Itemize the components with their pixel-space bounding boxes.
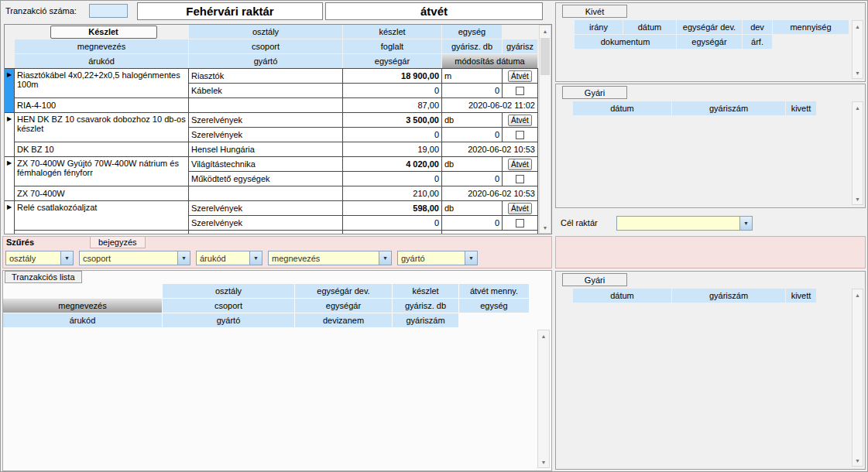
scroll-up-icon[interactable]: ▲: [853, 289, 863, 300]
keszlet-button[interactable]: Készlet: [50, 26, 157, 39]
column-header-mennyiseg[interactable]: mennyiség: [773, 20, 849, 34]
column-header-dev[interactable]: dev: [743, 20, 772, 34]
column-header-arukod[interactable]: árukód: [15, 54, 188, 68]
filter-combo-gyarto[interactable]: gyártó ▼: [397, 251, 478, 265]
cell-foglalt[interactable]: 0: [343, 172, 441, 186]
cell-gyarto[interactable]: Hensel Hungária: [189, 142, 342, 156]
cell-osztaly[interactable]: Szerelvények: [189, 201, 342, 215]
chevron-down-icon[interactable]: ▼: [379, 251, 391, 265]
atvet-button[interactable]: Átvét: [508, 159, 532, 170]
column-header-atvet-menny[interactable]: átvét menny.: [459, 284, 529, 298]
column-header-gyarisz[interactable]: gyárisz: [503, 39, 537, 53]
column-header-irany[interactable]: irány: [575, 20, 623, 34]
column-header-csoport[interactable]: csoport: [189, 39, 342, 53]
scroll-down-icon[interactable]: ▼: [853, 455, 863, 466]
transaction-list-scrollbar[interactable]: ▲ ▼: [537, 330, 550, 468]
cell-arukod[interactable]: RIA-4-100: [15, 98, 188, 112]
cell-gyarisz-db[interactable]: 0: [442, 216, 502, 230]
column-header-keszlet[interactable]: készlet: [393, 284, 458, 298]
gyari-button[interactable]: Gyári: [562, 86, 627, 99]
filter-combo-csoport[interactable]: csoport ▼: [79, 251, 190, 265]
filter-combo-osztaly[interactable]: osztály ▼: [5, 251, 74, 265]
scroll-thumb[interactable]: [540, 38, 550, 75]
filter-combo-megnevezes[interactable]: megnevezés ▼: [268, 251, 392, 265]
column-header-modositas-datuma[interactable]: módosítás dátuma: [442, 54, 537, 68]
column-header-megnevezes[interactable]: megnevezés: [3, 299, 162, 313]
cell-csoport[interactable]: Kábelek: [189, 84, 342, 97]
column-header-kivett[interactable]: kivett: [786, 289, 816, 303]
scroll-up-icon[interactable]: ▲: [540, 26, 551, 36]
atvet-checkbox[interactable]: [516, 175, 524, 183]
column-header-osztaly[interactable]: osztály: [189, 25, 342, 39]
column-header-gyarto[interactable]: gyártó: [189, 54, 342, 68]
column-header-gyariszam[interactable]: gyáriszám: [672, 101, 785, 115]
cell-csoport[interactable]: Szerelvények: [189, 128, 342, 142]
scroll-down-icon[interactable]: ▼: [853, 193, 863, 204]
column-header-devizanem[interactable]: devizanem: [295, 313, 392, 327]
column-header-foglalt[interactable]: foglalt: [343, 39, 441, 53]
chevron-down-icon[interactable]: ▼: [60, 251, 73, 265]
cell-modositas-datuma[interactable]: [442, 231, 537, 234]
scroll-up-icon[interactable]: ▲: [853, 21, 863, 32]
cell-egyseg[interactable]: db: [442, 157, 502, 171]
cell-egysegar[interactable]: 19,00: [343, 142, 441, 156]
cell-arukod[interactable]: ZX 70-400W: [15, 186, 188, 200]
kivet-button[interactable]: Kivét: [562, 5, 627, 18]
transaction-number-input[interactable]: [89, 4, 128, 18]
gyari-button[interactable]: Gyári: [562, 273, 627, 286]
column-header-csoport[interactable]: csoport: [163, 299, 294, 313]
cell-gyarto[interactable]: [189, 98, 342, 112]
cell-keszlet[interactable]: 18 900,00: [343, 69, 441, 83]
table-row[interactable]: ▶ Relé csatlakozóaljzat Szerelvények Sze…: [5, 201, 538, 234]
column-header-dokumentum[interactable]: dokumentum: [575, 35, 676, 49]
cell-foglalt[interactable]: 0: [343, 128, 441, 142]
column-header-arukod[interactable]: árukód: [3, 313, 162, 327]
chevron-down-icon[interactable]: ▼: [249, 251, 262, 265]
cell-arukod[interactable]: DK BZ 10: [15, 142, 188, 156]
column-header-osztaly[interactable]: osztály: [163, 284, 294, 298]
cell-egyseg[interactable]: db: [442, 201, 502, 215]
table-row[interactable]: ▶ ZX 70-400W Gyújtó 70W-400W nátrium és …: [5, 157, 538, 201]
cell-keszlet[interactable]: 3 500,00: [343, 113, 441, 127]
column-header-egysegar-dev[interactable]: egységár dev.: [295, 284, 392, 298]
cell-megnevezes[interactable]: HEN DK BZ 10 csavarok dobozhoz 10 db-os …: [15, 113, 188, 142]
column-header-megnevezes[interactable]: megnevezés: [15, 39, 188, 53]
column-header-keszlet[interactable]: készlet: [343, 25, 441, 39]
cell-egysegar[interactable]: 87,00: [343, 98, 441, 112]
column-header-gyarisz-db[interactable]: gyárisz. db: [393, 299, 458, 313]
table-row[interactable]: ▶ Riasztókábel 4x0,22+2x0,5 halogénmente…: [5, 69, 538, 113]
scroll-up-icon[interactable]: ▲: [853, 102, 863, 113]
column-header-egyseg[interactable]: egység: [459, 299, 529, 313]
cell-gyarisz-db[interactable]: 0: [442, 128, 502, 142]
cel-raktar-combo[interactable]: ▼: [616, 216, 753, 231]
cell-egyseg[interactable]: m: [442, 69, 502, 83]
cell-keszlet[interactable]: 598,00: [343, 201, 441, 215]
scroll-down-icon[interactable]: ▼: [538, 457, 549, 467]
column-header-datum[interactable]: dátum: [623, 20, 676, 34]
column-header-datum[interactable]: dátum: [573, 289, 671, 303]
column-header-gyarto[interactable]: gyártó: [163, 313, 294, 327]
cell-modositas-datuma[interactable]: 2020-06-02 10:53: [442, 186, 537, 200]
column-header-egysegar[interactable]: egységár: [295, 299, 392, 313]
chevron-down-icon[interactable]: ▼: [465, 251, 477, 265]
cell-osztaly[interactable]: Világítástechnika: [189, 157, 342, 171]
cell-arukod[interactable]: [15, 231, 188, 234]
cell-csoport[interactable]: Szerelvények: [189, 216, 342, 230]
cell-gyarisz-db[interactable]: 0: [442, 172, 502, 186]
chevron-down-icon[interactable]: ▼: [739, 217, 752, 230]
cell-gyarto[interactable]: [189, 186, 342, 200]
column-header-egysegar-dev[interactable]: egységár dev.: [677, 20, 742, 34]
cell-megnevezes[interactable]: ZX 70-400W Gyújtó 70W-400W nátrium és fé…: [15, 157, 188, 186]
cell-foglalt[interactable]: 0: [343, 216, 441, 230]
cell-egysegar[interactable]: 210,00: [343, 186, 441, 200]
cell-modositas-datuma[interactable]: 2020-06-02 11:02: [442, 98, 537, 112]
cell-osztaly[interactable]: Szerelvények: [189, 113, 342, 127]
cell-megnevezes[interactable]: Riasztókábel 4x0,22+2x0,5 halogénmentes …: [15, 69, 188, 97]
chevron-down-icon[interactable]: ▼: [177, 251, 190, 265]
column-header-datum[interactable]: dátum: [573, 101, 671, 115]
cell-keszlet[interactable]: 4 020,00: [343, 157, 441, 171]
cell-egyseg[interactable]: db: [442, 113, 502, 127]
scroll-up-icon[interactable]: ▲: [538, 330, 549, 341]
column-header-arf[interactable]: árf.: [743, 35, 772, 49]
column-header-gyariszam[interactable]: gyáriszám: [393, 313, 458, 327]
